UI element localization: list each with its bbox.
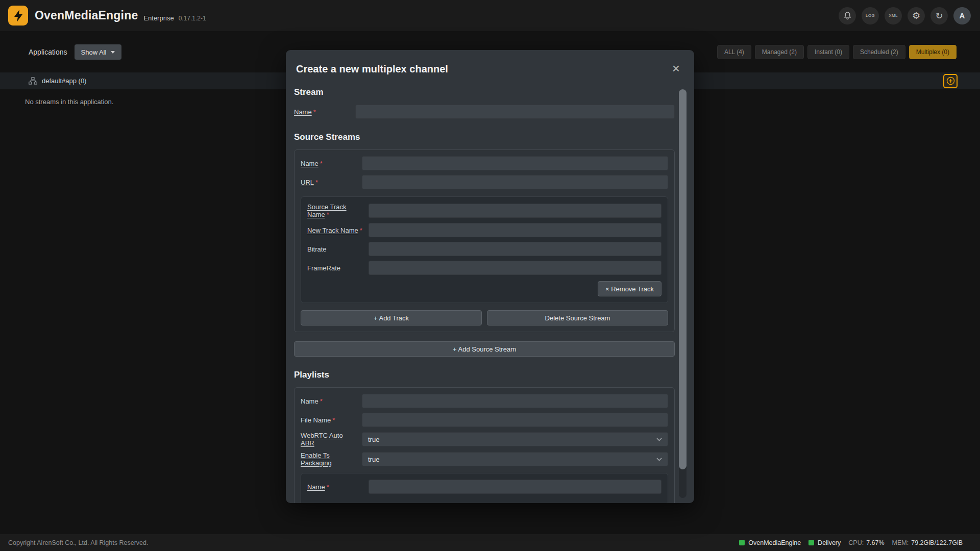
application-icon bbox=[29, 77, 37, 85]
show-all-dropdown[interactable]: Show All bbox=[75, 44, 122, 60]
add-multiplex-channel-button[interactable] bbox=[943, 74, 958, 88]
source-streams-section-heading: Source Streams bbox=[294, 132, 675, 142]
stream-name-row: Name* bbox=[294, 105, 675, 119]
playlist-name-input[interactable] bbox=[362, 394, 668, 408]
notifications-bell-icon[interactable] bbox=[839, 7, 856, 24]
lightning-logo-icon bbox=[8, 6, 28, 26]
source-stream-actions: + Add Track Delete Source Stream bbox=[301, 310, 668, 325]
new-track-name-input[interactable] bbox=[369, 223, 662, 237]
filter-managed[interactable]: Managed (2) bbox=[755, 45, 804, 59]
modal-title: Create a new multiplex channel bbox=[296, 63, 448, 75]
framerate-row: FrameRate bbox=[307, 261, 662, 275]
bitrate-input[interactable] bbox=[369, 242, 662, 256]
source-track-name-input[interactable] bbox=[369, 204, 662, 218]
filter-multiplex[interactable]: Multiplex (0) bbox=[909, 45, 957, 59]
xml-config-icon[interactable]: XML bbox=[885, 7, 902, 24]
remove-track-button[interactable]: × Remove Track bbox=[598, 281, 662, 296]
framerate-label: FrameRate bbox=[307, 264, 369, 272]
stream-name-label: Name* bbox=[294, 108, 355, 116]
create-multiplex-channel-modal: Create a new multiplex channel × Stream … bbox=[286, 50, 694, 503]
delivery-status-ok-icon bbox=[808, 540, 814, 545]
engine-status: OvenMediaEngine bbox=[739, 539, 801, 546]
new-track-name-row: New Track Name* bbox=[307, 223, 662, 237]
source-name-label: Name* bbox=[301, 160, 362, 167]
version-label: 0.17.1.2-1 bbox=[179, 15, 206, 22]
bitrate-row: Bitrate bbox=[307, 242, 662, 256]
ts-packaging-select[interactable]: true bbox=[362, 452, 668, 466]
modal-header: Create a new multiplex channel × bbox=[286, 50, 694, 75]
playlist-name-row: Name* bbox=[301, 394, 668, 408]
playlists-section-heading: Playlists bbox=[294, 370, 675, 380]
rendition-name-row: Name* bbox=[307, 480, 662, 494]
chevron-down-icon bbox=[656, 438, 662, 441]
app-header: OvenMediaEngine Enterprise 0.17.1.2-1 LO… bbox=[0, 0, 980, 31]
playlist-filename-row: File Name* bbox=[301, 413, 668, 427]
filter-instant[interactable]: Instant (0) bbox=[807, 45, 849, 59]
source-stream-group: Name* URL* Source Track Name* bbox=[294, 149, 675, 332]
playlist-group: Name* File Name* WebRTC Auto ABR true bbox=[294, 387, 675, 503]
webrtc-abr-row: WebRTC Auto ABR true bbox=[301, 432, 668, 447]
source-url-input[interactable] bbox=[362, 175, 668, 189]
copyright-text: Copyright AirenSoft Co., Ltd. All Rights… bbox=[8, 539, 148, 546]
playlist-name-label: Name* bbox=[301, 397, 362, 405]
engine-status-ok-icon bbox=[739, 540, 745, 545]
application-name: default#app (0) bbox=[42, 77, 86, 85]
close-icon[interactable]: × bbox=[670, 63, 682, 73]
delete-source-stream-button[interactable]: Delete Source Stream bbox=[487, 310, 668, 325]
modal-body: Stream Name* Source Streams Name* URL* bbox=[286, 75, 694, 503]
filter-all[interactable]: ALL (4) bbox=[717, 45, 751, 59]
source-track-name-label: Source Track Name* bbox=[307, 203, 369, 218]
ts-packaging-label: Enable Ts Packaging bbox=[301, 452, 362, 467]
bitrate-label: Bitrate bbox=[307, 245, 369, 253]
playlist-filename-label: File Name* bbox=[301, 416, 362, 424]
new-track-name-label: New Track Name* bbox=[307, 227, 369, 234]
user-avatar[interactable]: A bbox=[953, 7, 971, 24]
webrtc-abr-label: WebRTC Auto ABR bbox=[301, 432, 362, 447]
track-actions: × Remove Track bbox=[307, 281, 662, 296]
applications-label: Applications bbox=[29, 48, 67, 56]
xml-badge-text: XML bbox=[889, 13, 898, 18]
source-name-input[interactable] bbox=[362, 156, 668, 170]
track-group: Source Track Name* New Track Name* Bitra… bbox=[301, 196, 668, 303]
ts-packaging-row: Enable Ts Packaging true bbox=[301, 452, 668, 467]
stream-name-input[interactable] bbox=[355, 105, 675, 119]
memory-metric: MEM: 79.2GiB/122.7GiB bbox=[892, 539, 963, 546]
add-track-button[interactable]: + Add Track bbox=[301, 310, 482, 325]
webrtc-abr-select[interactable]: true bbox=[362, 432, 668, 446]
restart-refresh-icon[interactable]: ↻ bbox=[930, 7, 948, 24]
edition-label: Enterprise bbox=[143, 14, 174, 22]
log-file-icon[interactable]: LOG bbox=[862, 7, 879, 24]
modal-scrollbar-track[interactable] bbox=[679, 89, 687, 498]
channel-type-filters: ALL (4) Managed (2) Instant (0) Schedule… bbox=[717, 45, 957, 59]
add-source-stream-button[interactable]: + Add Source Stream bbox=[294, 341, 675, 357]
footer-status-group: OvenMediaEngine Delivery CPU: 7.67% MEM:… bbox=[739, 539, 963, 546]
rendition-group: Name* bbox=[301, 473, 668, 503]
caret-down-icon bbox=[111, 51, 115, 54]
stream-section-heading: Stream bbox=[294, 87, 675, 97]
settings-gear-icon[interactable]: ⚙ bbox=[908, 7, 925, 24]
status-footer: Copyright AirenSoft Co., Ltd. All Rights… bbox=[0, 534, 980, 551]
framerate-input[interactable] bbox=[369, 261, 662, 275]
source-url-label: URL* bbox=[301, 179, 362, 186]
filter-scheduled[interactable]: Scheduled (2) bbox=[853, 45, 905, 59]
app-title: OvenMediaEngine bbox=[35, 9, 138, 22]
playlist-filename-input[interactable] bbox=[362, 413, 668, 427]
rendition-name-input[interactable] bbox=[369, 480, 662, 494]
rendition-name-label: Name* bbox=[307, 483, 369, 491]
delivery-status: Delivery bbox=[808, 539, 841, 546]
cpu-metric: CPU: 7.67% bbox=[848, 539, 884, 546]
source-name-row: Name* bbox=[301, 156, 668, 170]
chevron-down-icon bbox=[656, 458, 662, 461]
source-url-row: URL* bbox=[301, 175, 668, 189]
log-badge-text: LOG bbox=[866, 13, 875, 18]
modal-scrollbar-thumb[interactable] bbox=[679, 89, 687, 469]
header-icon-group: LOG XML ⚙ ↻ A bbox=[839, 7, 971, 24]
source-track-name-row: Source Track Name* bbox=[307, 203, 662, 218]
